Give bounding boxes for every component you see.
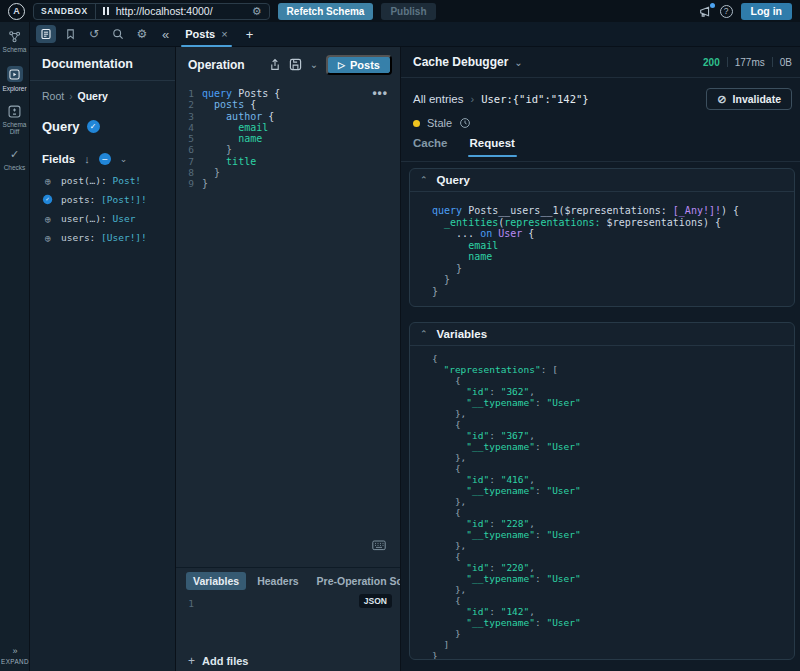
tab-variables[interactable]: Variables bbox=[186, 572, 246, 590]
schema-graph-icon bbox=[8, 30, 21, 43]
response-time: 177ms bbox=[735, 57, 765, 68]
keyboard-shortcuts-button[interactable] bbox=[372, 537, 386, 555]
tab-pre-operation-script[interactable]: Pre-Operation Script bbox=[310, 572, 400, 590]
operation-editor[interactable]: 123456789 query Posts { posts { author {… bbox=[176, 82, 400, 568]
breadcrumb-all-entries[interactable]: All entries bbox=[413, 93, 464, 105]
bookmark-button[interactable] bbox=[60, 25, 80, 43]
apollo-logo-icon[interactable]: A bbox=[8, 3, 25, 20]
circle-plus-icon[interactable]: ⊕ bbox=[42, 232, 54, 244]
new-tab-button[interactable]: + bbox=[246, 27, 254, 42]
close-tab-icon[interactable]: × bbox=[221, 28, 227, 40]
share-icon bbox=[269, 58, 281, 71]
share-button[interactable] bbox=[269, 58, 281, 71]
endpoint-url-input[interactable]: http://localhost:4000/ bbox=[116, 5, 244, 17]
announcements-button[interactable] bbox=[698, 5, 712, 18]
deselect-all-badge-icon[interactable]: – bbox=[99, 153, 111, 165]
publish-button[interactable]: Publish bbox=[381, 3, 435, 20]
operation-code[interactable]: query Posts { posts { author { email nam… bbox=[202, 88, 400, 190]
chevron-down-icon[interactable]: ⌄ bbox=[120, 155, 128, 164]
line-numbers: 1 bbox=[176, 598, 202, 610]
chevron-up-icon: ⌃ bbox=[420, 329, 428, 339]
gear-icon: ⚙ bbox=[137, 28, 148, 40]
help-button[interactable]: ? bbox=[720, 5, 733, 18]
gear-icon[interactable]: ⚙ bbox=[244, 5, 269, 18]
document-icon bbox=[40, 28, 52, 40]
add-files-button[interactable]: + Add files bbox=[176, 642, 400, 671]
variables-editor[interactable]: 1 JSON bbox=[176, 590, 400, 642]
sort-arrow-icon[interactable]: ↓ bbox=[84, 154, 90, 165]
breadcrumb-current: Query bbox=[78, 90, 108, 102]
endpoint-group: SANDBOX http://localhost:4000/ ⚙ bbox=[33, 3, 270, 20]
chevron-right-icon: › bbox=[69, 91, 72, 102]
type-header: Query ✓ bbox=[30, 102, 175, 134]
sandbox-badge: SANDBOX bbox=[34, 4, 96, 19]
tab-headers[interactable]: Headers bbox=[250, 572, 305, 590]
active-tab-underline bbox=[468, 155, 517, 157]
line-numbers: 123456789 bbox=[176, 88, 202, 190]
field-row-user[interactable]: ⊕ user(…): User bbox=[30, 209, 175, 228]
history-button[interactable]: ↺ bbox=[84, 25, 104, 43]
field-row-users[interactable]: ⊕ users: [User!]! bbox=[30, 228, 175, 247]
history-icon: ↺ bbox=[89, 28, 99, 40]
fields-label: Fields bbox=[42, 153, 75, 165]
clock-icon[interactable] bbox=[459, 117, 471, 129]
format-badge[interactable]: JSON bbox=[359, 594, 392, 608]
slash-circle-icon: ⊘ bbox=[717, 93, 726, 106]
check-badge-icon[interactable]: ✓ bbox=[87, 120, 100, 133]
cache-breadcrumb: All entries › User:{"id":"142"} ⊘ Invali… bbox=[413, 87, 792, 111]
chevron-down-icon[interactable]: ⌄ bbox=[310, 59, 318, 70]
field-row-posts[interactable]: ✓ posts: [Post!]! bbox=[30, 190, 175, 209]
operation-header: Operation ⌄ ▷ Posts bbox=[176, 47, 400, 82]
topbar: A SANDBOX http://localhost:4000/ ⚙ Refet… bbox=[0, 0, 800, 22]
divider bbox=[727, 57, 728, 67]
tab-request[interactable]: Request bbox=[470, 137, 515, 157]
breadcrumb-root[interactable]: Root bbox=[42, 90, 64, 102]
stale-dot-icon bbox=[413, 120, 420, 127]
divider bbox=[772, 57, 773, 67]
query-section: ⌃ Query query Posts__users__1($represent… bbox=[409, 168, 795, 307]
explorer-play-icon bbox=[9, 69, 20, 80]
search-button[interactable] bbox=[108, 25, 128, 43]
sidebar-item-explorer[interactable]: Explorer bbox=[2, 66, 26, 92]
documentation-toggle-button[interactable] bbox=[36, 25, 56, 43]
help-icon: ? bbox=[720, 5, 733, 18]
pause-icon[interactable] bbox=[103, 7, 109, 15]
play-icon: ▷ bbox=[338, 60, 345, 70]
refetch-schema-button[interactable]: Refetch Schema bbox=[278, 3, 374, 20]
cache-debugger-header: Cache Debugger ⌄ 200 177ms 0B bbox=[401, 47, 800, 78]
breadcrumb-entry: User:{"id":"142"} bbox=[481, 93, 588, 105]
query-section-header[interactable]: ⌃ Query bbox=[410, 169, 794, 192]
sidebar-item-schema-diff[interactable]: Schema Diff bbox=[0, 105, 29, 135]
settings-button[interactable]: ⚙ bbox=[132, 25, 152, 43]
breadcrumb: Root › Query bbox=[30, 81, 175, 102]
login-button[interactable]: Log in bbox=[741, 3, 793, 20]
cache-debugger-title[interactable]: Cache Debugger bbox=[413, 55, 508, 69]
run-operation-button[interactable]: ▷ Posts bbox=[326, 55, 392, 75]
operation-title: Operation bbox=[188, 58, 261, 72]
request-query-code: query Posts__users__1($representations: … bbox=[410, 192, 794, 297]
invalidate-button[interactable]: ⊘ Invalidate bbox=[706, 88, 792, 110]
fields-header: Fields ↓ – ⌄ bbox=[30, 134, 175, 171]
sidebar-item-checks[interactable]: ✓ Checks bbox=[4, 148, 26, 171]
chevron-down-icon[interactable]: ⌄ bbox=[514, 57, 522, 68]
expand-rail-button[interactable]: » EXPAND bbox=[0, 646, 30, 665]
collapse-panel-icon[interactable]: « bbox=[162, 27, 169, 42]
sidebar-item-schema[interactable]: Schema bbox=[3, 30, 27, 53]
variables-section-header[interactable]: ⌃ Variables bbox=[410, 323, 794, 346]
schema-diff-icon bbox=[8, 105, 21, 118]
checkmark-icon: ✓ bbox=[10, 148, 19, 161]
selected-check-badge-icon[interactable]: ✓ bbox=[43, 195, 53, 204]
cache-request-tabs: Cache Request bbox=[401, 137, 800, 162]
type-title: Query bbox=[42, 119, 80, 134]
circle-plus-icon[interactable]: ⊕ bbox=[42, 175, 54, 187]
save-to-collection-button[interactable] bbox=[289, 58, 302, 71]
line-menu-icon[interactable]: ••• bbox=[372, 86, 388, 100]
operation-panel: Operation ⌄ ▷ Posts 123456789 query Post… bbox=[175, 47, 400, 671]
circle-plus-icon[interactable]: ⊕ bbox=[42, 213, 54, 225]
editor-footer-tabs: Variables Headers Pre-Operation Script P… bbox=[176, 568, 400, 590]
field-row-post[interactable]: ⊕ post(…): Post! bbox=[30, 171, 175, 190]
tab-posts[interactable]: Posts × bbox=[177, 22, 235, 47]
response-status: 200 177ms 0B bbox=[703, 57, 792, 68]
tab-cache[interactable]: Cache bbox=[413, 137, 448, 157]
save-icon bbox=[289, 58, 302, 71]
